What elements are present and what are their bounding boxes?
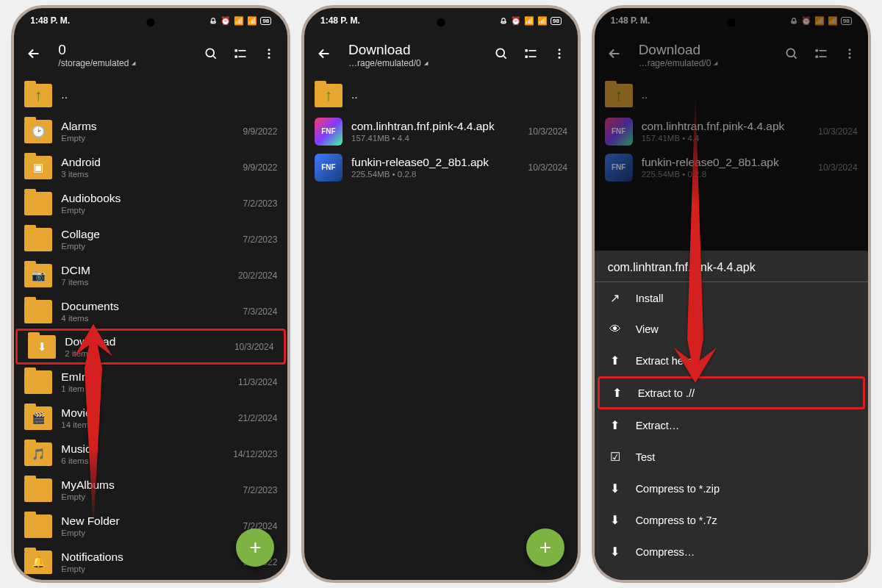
back-button[interactable] bbox=[26, 46, 43, 65]
folder-row[interactable]: EmInfo 1 item 11/3/2024 bbox=[14, 364, 287, 400]
up-icon: ↑ bbox=[315, 84, 343, 107]
menu-item[interactable]: ⬇ Compress… bbox=[595, 536, 868, 567]
svg-rect-11 bbox=[525, 56, 527, 58]
search-icon[interactable] bbox=[784, 46, 799, 64]
folder-name: Music bbox=[61, 442, 233, 456]
menu-item[interactable]: ↗ Install bbox=[595, 282, 868, 314]
menu-item-icon: 👁 bbox=[608, 323, 623, 336]
svg-rect-19 bbox=[815, 56, 817, 58]
view-icon[interactable] bbox=[814, 46, 828, 64]
back-button[interactable] bbox=[606, 46, 624, 65]
folder-name: Movies bbox=[61, 406, 238, 420]
folder-name: EmInfo bbox=[61, 370, 238, 384]
file-row[interactable]: FNF funkin-release0_2_8b1.apk 225.54MB0.… bbox=[304, 149, 578, 185]
folder-date: 11/3/2024 bbox=[238, 377, 277, 387]
view-icon[interactable] bbox=[233, 46, 248, 64]
folder-icon bbox=[24, 192, 52, 215]
folder-row[interactable]: 🎵 Music 6 items 14/12/2023 bbox=[14, 436, 287, 472]
folder-icon bbox=[24, 300, 52, 323]
file-date: 10/3/2024 bbox=[528, 162, 567, 173]
folder-icon bbox=[24, 478, 52, 502]
folder-icon: 🔔 bbox=[24, 551, 52, 574]
menu-item-label: Extract to .// bbox=[638, 387, 695, 399]
menu-item-icon: ⬆ bbox=[608, 354, 623, 368]
folder-icon: 📷 bbox=[24, 264, 52, 287]
context-menu-title: com.linhtran.fnf.pink-4.4.apk bbox=[595, 251, 868, 282]
add-fab[interactable]: + bbox=[526, 528, 564, 567]
folder-name: Notifications bbox=[61, 551, 243, 564]
folder-row[interactable]: ▣ Android 3 items 9/9/2022 bbox=[14, 149, 287, 185]
menu-item-label: Install bbox=[636, 293, 664, 304]
file-date: 10/3/2024 bbox=[818, 162, 857, 173]
title-block[interactable]: Download …rage/emulated/0 bbox=[334, 42, 494, 68]
overflow-icon[interactable] bbox=[262, 46, 276, 64]
file-meta: 225.54MB0.2.8 bbox=[642, 170, 819, 179]
camera-notch bbox=[727, 18, 735, 26]
menu-item[interactable]: ⬆ Extract here bbox=[595, 345, 868, 376]
menu-item[interactable]: 👁 View bbox=[595, 314, 868, 345]
view-icon[interactable] bbox=[523, 46, 538, 64]
svg-rect-2 bbox=[239, 50, 246, 51]
status-icons: 🕭⏰📶📶 98 bbox=[500, 16, 562, 26]
menu-item-label: Compress… bbox=[636, 546, 695, 558]
folder-row[interactable]: 📷 DCIM 7 items 20/2/2024 bbox=[14, 257, 287, 293]
menu-item-label: Extract here bbox=[636, 355, 693, 367]
app-bar: Download …rage/emulated/0 bbox=[304, 33, 578, 77]
file-row[interactable]: FNF com.linhtran.fnf.pink-4.4.apk 157.41… bbox=[304, 113, 578, 149]
folder-name: MyAlbums bbox=[61, 478, 243, 492]
file-name: funkin-release0_2_8b1.apk bbox=[351, 156, 528, 170]
menu-item[interactable]: ☑ Test bbox=[595, 441, 868, 473]
folder-row[interactable]: 🕑 Alarms Empty 9/9/2022 bbox=[14, 113, 287, 149]
app-bar: 0 /storage/emulated bbox=[14, 33, 287, 77]
back-button[interactable] bbox=[316, 46, 334, 65]
title-block[interactable]: 0 /storage/emulated bbox=[43, 42, 204, 68]
menu-item-label: Compress to *.zip bbox=[636, 483, 720, 495]
file-row[interactable]: FNF funkin-release0_2_8b1.apk 225.54MB0.… bbox=[595, 149, 868, 185]
search-icon[interactable] bbox=[204, 46, 218, 64]
overflow-icon[interactable] bbox=[553, 46, 566, 64]
menu-item-label: Extract… bbox=[636, 420, 680, 431]
menu-item-icon: ⬇ bbox=[608, 513, 623, 527]
folder-name: New Folder bbox=[61, 514, 243, 528]
folder-row[interactable]: MyAlbums Empty 7/2/2023 bbox=[14, 472, 287, 508]
search-icon[interactable] bbox=[494, 46, 509, 64]
svg-point-21 bbox=[848, 49, 850, 51]
file-row[interactable]: FNF com.linhtran.fnf.pink-4.4.apk 157.41… bbox=[595, 113, 868, 149]
folder-date: 14/12/2023 bbox=[233, 449, 277, 459]
folder-meta: Empty bbox=[61, 564, 243, 573]
up-row[interactable]: ↑ .. bbox=[14, 77, 287, 113]
folder-name: DCIM bbox=[61, 264, 238, 278]
file-date: 10/3/2024 bbox=[528, 126, 567, 137]
status-icons: 🕭⏰📶📶 98 bbox=[790, 16, 852, 26]
svg-point-14 bbox=[558, 53, 560, 55]
folder-row[interactable]: Audiobooks Empty 7/2/2023 bbox=[14, 185, 287, 221]
menu-item[interactable]: ⬇ Compress to *.zip bbox=[595, 473, 868, 504]
menu-item[interactable]: ⬆ Extract to .// bbox=[598, 376, 865, 409]
camera-notch bbox=[437, 18, 445, 26]
breadcrumb: /storage/emulated bbox=[58, 58, 204, 68]
svg-rect-12 bbox=[528, 56, 536, 57]
add-fab[interactable]: + bbox=[236, 528, 274, 567]
folder-icon bbox=[24, 514, 52, 538]
battery-icon: 98 bbox=[551, 17, 562, 25]
svg-rect-18 bbox=[819, 50, 826, 51]
folder-meta: 6 items bbox=[61, 456, 233, 465]
folder-row[interactable]: Documents 4 items 7/3/2024 bbox=[14, 293, 287, 329]
folder-meta: 4 items bbox=[61, 314, 243, 323]
phone-3: 1:48 P. M. 🕭⏰📶📶 98 Download …rage/emulat… bbox=[592, 6, 870, 582]
menu-item[interactable]: ⬇ Compress to *.7z bbox=[595, 504, 868, 536]
folder-row[interactable]: Collage Empty 7/2/2023 bbox=[14, 221, 287, 257]
menu-item[interactable]: ⬆ Extract… bbox=[595, 409, 868, 441]
up-row[interactable]: ↑ .. bbox=[304, 77, 578, 113]
folder-row[interactable]: 🎬 Movies 14 items 21/2/2024 bbox=[14, 400, 287, 436]
folder-row[interactable]: ⬇ Download 2 items 10/3/2024 bbox=[15, 329, 286, 365]
folder-date: 7/2/2023 bbox=[243, 198, 278, 209]
svg-rect-17 bbox=[815, 49, 817, 51]
folder-meta: Empty bbox=[61, 492, 243, 501]
overflow-icon[interactable] bbox=[843, 46, 856, 64]
up-row[interactable]: ↑ .. bbox=[595, 77, 868, 113]
battery-icon: 98 bbox=[841, 17, 852, 25]
title-block[interactable]: Download …rage/emulated/0 bbox=[624, 42, 784, 68]
file-name: com.linhtran.fnf.pink-4.4.apk bbox=[642, 120, 819, 134]
folder-icon bbox=[24, 228, 52, 251]
